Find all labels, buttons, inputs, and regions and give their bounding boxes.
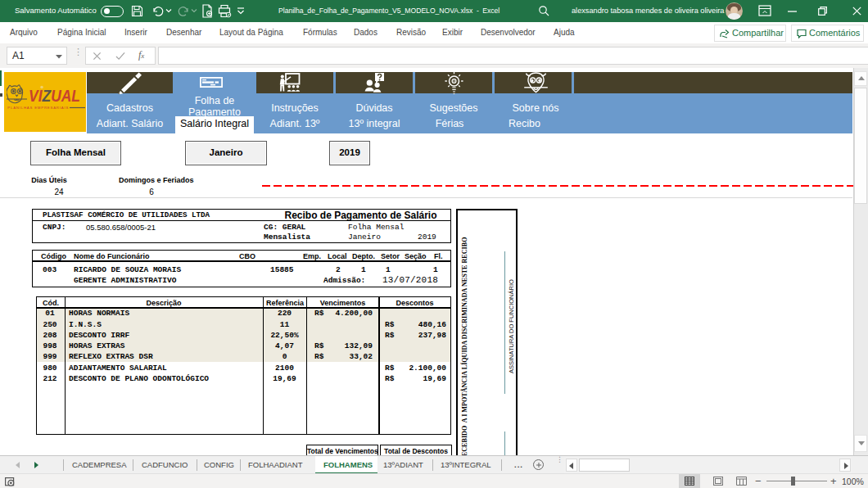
svg-text:PLANILHAS EMPRESARIAIS: PLANILHAS EMPRESARIAIS [7,106,68,110]
svg-text:VIZUAL: VIZUAL [29,87,80,105]
